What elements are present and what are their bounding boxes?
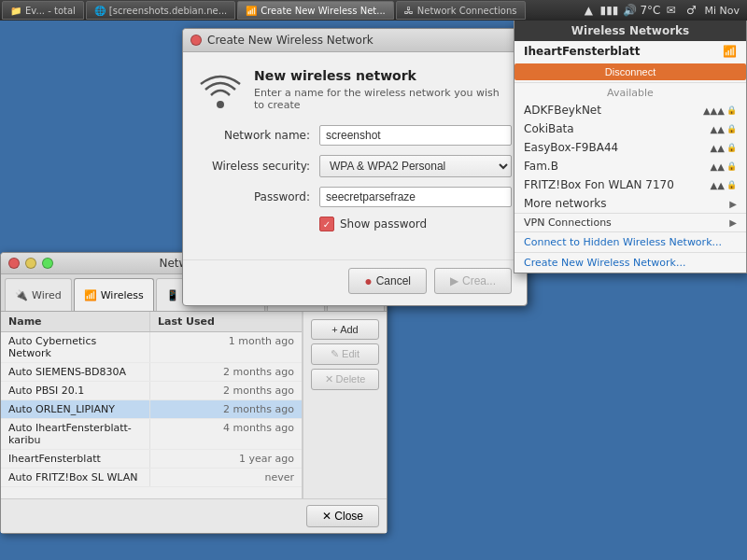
disconnect-button[interactable]: Disconnect: [514, 63, 746, 80]
network-name-label: Network name:: [198, 129, 319, 142]
battery-tray-icon: ▮▮▮: [601, 3, 616, 18]
user-tray-icon[interactable]: ♂: [684, 3, 698, 18]
row-used: 1 month ago: [150, 332, 302, 362]
network-item-fritz[interactable]: FRITZ!Box Fon WLAN 7170 ▲▲ 🔒: [514, 175, 746, 194]
network-name: FRITZ!Box Fon WLAN 7170: [524, 178, 674, 191]
row-name: Auto FRITZ!Box SL WLAN: [1, 469, 150, 486]
available-label: Available: [514, 82, 746, 101]
mail-tray-icon[interactable]: ✉: [663, 3, 678, 18]
row-used: 2 months ago: [150, 400, 302, 418]
taskbar-tab-wireless[interactable]: 📶 Create New Wireless Net...: [237, 1, 394, 20]
taskbar-left: 📁 Ev... - total 🌐 [screenshots.debian.ne…: [0, 1, 581, 20]
connected-ssid: IheartFensterblatt: [524, 45, 641, 58]
cancel-icon: ●: [364, 273, 372, 288]
lock-icon: 🔒: [726, 161, 737, 171]
network-item-icons: ▲▲▲ 🔒: [703, 105, 737, 116]
more-networks-arrow: ▶: [729, 199, 737, 209]
lock-icon: 🔒: [726, 124, 737, 133]
tab-wired[interactable]: 🔌 Wired: [5, 278, 72, 311]
maximize-window-btn[interactable]: [42, 258, 53, 269]
lock-icon: 🔒: [726, 143, 737, 152]
dialog-close-btn[interactable]: [190, 35, 202, 46]
delete-connection-button[interactable]: ✕ Delete: [311, 369, 379, 390]
connected-network: IheartFensterblatt 📶: [514, 41, 746, 62]
network-item-adkfbeyknet[interactable]: ADKFBeykNet ▲▲▲ 🔒: [514, 101, 746, 119]
minimize-window-btn[interactable]: [25, 258, 36, 269]
connect-hidden-action[interactable]: Connect to Hidden Wireless Network...: [514, 231, 746, 252]
col-name-header: Name: [1, 312, 150, 331]
network-name: Fam.B: [524, 160, 558, 173]
tab-browser-label: [screenshots.debian.ne...: [109, 6, 227, 16]
cancel-button[interactable]: ● Cancel: [348, 268, 427, 294]
network-item-left: CokiBata: [524, 122, 574, 135]
wifi-signal-icon: ▲▲: [711, 143, 725, 153]
network-item-left: FRITZ!Box Fon WLAN 7170: [524, 178, 674, 191]
create-new-wireless-action[interactable]: Create New Wireless Network...: [514, 252, 746, 273]
row-name: Auto PBSI 20.1: [1, 382, 150, 399]
network-item-easybox[interactable]: EasyBox-F9BA44 ▲▲ 🔒: [514, 138, 746, 157]
sidebar-buttons: + Add ✎ Edit ✕ Delete: [303, 312, 387, 498]
wifi-signal-icon: ▲▲▲: [703, 105, 725, 116]
dialog-header: New wireless network Enter a name for th…: [198, 67, 512, 112]
close-connections-button[interactable]: ✕ Close: [306, 505, 379, 527]
row-name: Auto SIEMENS-BD830A: [1, 363, 150, 381]
edit-connection-button[interactable]: ✎ Edit: [311, 343, 379, 365]
row-used: 4 months ago: [150, 419, 302, 449]
network-item-icons: ▲▲ 🔒: [711, 180, 737, 190]
taskbar-tab-ev[interactable]: 📁 Ev... - total: [2, 1, 84, 20]
create-button[interactable]: ▶ Crea...: [434, 268, 512, 294]
table-row[interactable]: IheartFensterblatt 1 year ago: [1, 450, 302, 469]
tab-wireless-label: Create New Wireless Net...: [261, 6, 386, 16]
add-connection-button[interactable]: + Add: [311, 319, 379, 340]
tab-wireless[interactable]: 📶 Wireless: [74, 278, 154, 311]
row-name: Auto ORLEN_LIPIANY: [1, 400, 150, 418]
dialog-titlebar: Create New Wireless Network: [183, 29, 527, 52]
table-row-selected[interactable]: Auto ORLEN_LIPIANY 2 months ago: [1, 400, 302, 419]
wifi-tray-icon[interactable]: ▲: [581, 3, 596, 18]
show-password-text: Show password: [340, 217, 427, 231]
wireless-security-row: Wireless security: WPA & WPA2 Personal: [198, 155, 512, 177]
show-password-checkbox[interactable]: ✓: [319, 217, 334, 231]
time-tray: Mi Nov: [704, 5, 740, 17]
password-input[interactable]: [319, 187, 512, 207]
show-password-label[interactable]: ✓ Show password: [319, 217, 427, 231]
connected-wifi-icon: 📶: [723, 45, 737, 58]
row-name: Auto IheartFensterblatt-karibu: [1, 419, 150, 449]
wifi-large-icon: [198, 67, 243, 112]
table-header: Name Last Used: [1, 312, 302, 332]
network-name-input[interactable]: [319, 125, 512, 146]
create-new-wireless-label: Create New Wireless Network...: [524, 257, 685, 269]
network-item-cokibata[interactable]: CokiBata ▲▲ 🔒: [514, 119, 746, 138]
network-item-more[interactable]: More networks ▶: [514, 194, 746, 213]
wifi-signal-icon: ▲▲: [711, 180, 725, 190]
network-item-icons: ▲▲ 🔒: [711, 143, 737, 153]
wireless-tab-icon: 📶: [84, 289, 97, 301]
close-window-btn[interactable]: [8, 258, 20, 269]
taskbar-tab-browser[interactable]: 🌐 [screenshots.debian.ne...: [86, 1, 235, 20]
row-name: IheartFensterblatt: [1, 450, 150, 468]
wireless-networks-panel: Wireless Networks IheartFensterblatt 📶 D…: [514, 21, 747, 273]
wireless-security-select[interactable]: WPA & WPA2 Personal: [319, 155, 512, 177]
table-row[interactable]: Auto PBSI 20.1 2 months ago: [1, 382, 302, 400]
connections-table[interactable]: Name Last Used Auto Cybernetics Network …: [1, 312, 303, 498]
row-used: 2 months ago: [150, 363, 302, 381]
table-row[interactable]: Auto FRITZ!Box SL WLAN never: [1, 469, 302, 487]
network-name: ADKFBeykNet: [524, 104, 601, 117]
password-label: Password:: [198, 190, 319, 203]
network-name-row: Network name:: [198, 125, 512, 146]
wired-tab-icon: 🔌: [15, 289, 28, 301]
network-item-left: EasyBox-F9BA44: [524, 141, 618, 154]
table-row[interactable]: Auto SIEMENS-BD830A 2 months ago: [1, 363, 302, 382]
tab-ev-label: Ev... - total: [25, 6, 76, 16]
vpn-connections-menu[interactable]: VPN Connections ▶: [514, 213, 746, 231]
row-used: 1 year ago: [150, 450, 302, 468]
network-item-left: Fam.B: [524, 160, 558, 173]
table-row[interactable]: Auto IheartFensterblatt-karibu 4 months …: [1, 419, 302, 450]
window-footer: ✕ Close: [1, 498, 387, 533]
col-used-header: Last Used: [150, 312, 302, 331]
volume-tray-icon[interactable]: 🔊: [622, 3, 637, 18]
table-row[interactable]: Auto Cybernetics Network 1 month ago: [1, 332, 302, 363]
network-icon: 🖧: [404, 6, 414, 16]
network-item-famb[interactable]: Fam.B ▲▲ 🔒: [514, 157, 746, 175]
taskbar-tab-netconn[interactable]: 🖧 Network Connections: [396, 1, 526, 20]
